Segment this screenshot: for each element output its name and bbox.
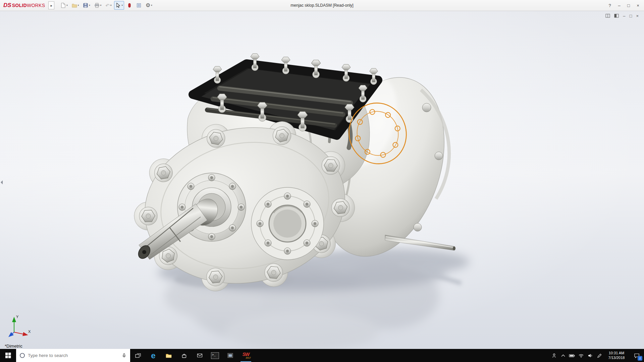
save-button[interactable]: ▾	[82, 1, 92, 10]
panel-collapse-handle[interactable]	[0, 178, 3, 187]
people-button[interactable]	[549, 349, 558, 362]
chevron-down-icon[interactable]: ▾	[100, 4, 102, 7]
bearing-hub-center	[251, 187, 324, 260]
mail-envelope-icon	[197, 353, 203, 358]
chevron-down-icon[interactable]: ▾	[89, 4, 90, 7]
print-button[interactable]: ▾	[93, 1, 103, 10]
undo-icon: ↶	[105, 3, 110, 8]
solidworks-logo: DS SOLID WORKS	[3, 2, 45, 9]
people-icon	[551, 353, 557, 358]
chevron-up-icon	[561, 354, 566, 358]
document-minimize-button[interactable]: –	[623, 14, 625, 18]
start-button[interactable]	[0, 349, 16, 362]
document-restore-button[interactable]: □	[630, 14, 632, 18]
clock-date: 7/13/2018	[608, 356, 625, 360]
view-orientation-label: *Dimetric	[5, 344, 22, 349]
battery-icon	[569, 353, 575, 358]
application-window-icon	[227, 353, 233, 358]
notification-badge: 2	[638, 356, 642, 361]
select-cursor-icon	[115, 3, 121, 8]
new-document-icon	[60, 3, 66, 8]
search-input[interactable]	[28, 353, 119, 358]
solidworks-logo-mark: DS	[3, 2, 11, 9]
pane-layout-icon[interactable]	[614, 13, 619, 18]
report-book-icon	[136, 3, 142, 8]
orientation-triad: Y X	[5, 311, 35, 341]
solidworks-taskbar-button[interactable]: SW 2017	[238, 349, 254, 362]
save-icon	[83, 3, 88, 8]
command-prompt-icon: >_	[211, 352, 219, 359]
select-tool-button[interactable]: ▾	[114, 1, 124, 10]
chevron-down-icon[interactable]: ▾	[78, 4, 79, 7]
maximize-button[interactable]: □	[624, 0, 633, 11]
edge-icon: e	[151, 352, 155, 360]
pen-icon	[597, 353, 602, 358]
gear-icon: ⚙	[146, 3, 150, 8]
close-button[interactable]: ×	[633, 0, 643, 11]
chevron-down-icon[interactable]: ▾	[151, 4, 152, 7]
minimize-button[interactable]: –	[614, 0, 624, 11]
document-close-button[interactable]: ×	[636, 14, 639, 18]
task-view-button[interactable]	[130, 349, 146, 362]
red-capsule-icon	[127, 3, 132, 8]
graphics-viewport[interactable]: – □ × Y X *Dimetric	[0, 11, 644, 349]
report-button[interactable]	[135, 1, 143, 10]
window-controls: ? – □ ×	[605, 0, 643, 11]
store-bag-icon	[181, 353, 187, 358]
clock-time: 10:31 AM	[609, 351, 624, 356]
action-center-button[interactable]: 2	[629, 349, 644, 362]
network-button[interactable]	[577, 349, 586, 362]
open-folder-icon	[72, 3, 77, 8]
split-pane-icon[interactable]	[605, 13, 610, 18]
file-explorer-button[interactable]	[161, 349, 176, 362]
taskbar-apps: e >_ SW 2017	[130, 349, 254, 362]
windows-taskbar: e >_ SW 2017	[0, 349, 644, 362]
file-explorer-icon	[166, 353, 172, 358]
edge-button[interactable]: e	[146, 349, 161, 362]
flyout-arrow-icon: ▸	[51, 4, 52, 7]
wifi-icon	[578, 353, 584, 358]
3d-model-canvas[interactable]	[0, 11, 644, 349]
document-window-controls: – □ ×	[605, 13, 639, 18]
triad-x-label: X	[28, 329, 31, 334]
new-document-button[interactable]: ▾	[59, 1, 69, 10]
mail-button[interactable]	[192, 349, 207, 362]
triad-y-label: Y	[16, 315, 19, 319]
chevron-left-icon	[0, 180, 3, 185]
task-view-icon	[135, 353, 141, 358]
xpress-products-button[interactable]	[125, 1, 133, 10]
solidworks-app-icon: SW 2017	[241, 351, 251, 360]
document-title: menjac sklop.SLDASM [Read-only]	[290, 3, 353, 8]
battery-button[interactable]	[568, 349, 577, 362]
system-tray: 10:31 AM 7/13/2018 2	[549, 349, 644, 362]
solidworks-app-year: 2017	[246, 357, 251, 359]
windows-logo-icon	[5, 353, 11, 358]
cortana-circle-icon	[19, 353, 25, 358]
options-button[interactable]: ⚙ ▾	[144, 1, 154, 10]
taskbar-clock[interactable]: 10:31 AM 7/13/2018	[604, 349, 629, 362]
store-button[interactable]	[176, 349, 192, 362]
taskbar-search[interactable]	[16, 349, 130, 362]
command-prompt-button[interactable]: >_	[207, 349, 223, 362]
help-button[interactable]: ?	[605, 0, 614, 11]
show-hidden-icons-button[interactable]	[558, 349, 568, 362]
chevron-down-icon[interactable]: ▾	[110, 4, 112, 7]
volume-button[interactable]	[586, 349, 595, 362]
speaker-icon	[588, 353, 593, 358]
undo-button[interactable]: ↶ ▾	[104, 1, 113, 10]
print-icon	[94, 3, 100, 8]
titlebar: DS SOLID WORKS ▸ ▾ ▾ ▾ ▾ ↶ ▾ ▾ ⚙ ▾ menja…	[0, 0, 644, 11]
pen-button[interactable]	[595, 349, 604, 362]
microphone-icon[interactable]	[121, 353, 127, 358]
command-prompt-glyph: >_	[212, 353, 216, 356]
application-button[interactable]	[223, 349, 238, 362]
solidworks-logo-solid: SOLID	[12, 3, 27, 8]
solidworks-logo-works: WORKS	[27, 3, 45, 8]
chevron-down-icon[interactable]: ▾	[121, 4, 123, 7]
chevron-down-icon[interactable]: ▾	[66, 4, 68, 7]
menu-flyout-button[interactable]: ▸	[48, 1, 54, 9]
solidworks-app-letters: SW	[243, 352, 250, 357]
open-button[interactable]: ▾	[70, 1, 80, 10]
